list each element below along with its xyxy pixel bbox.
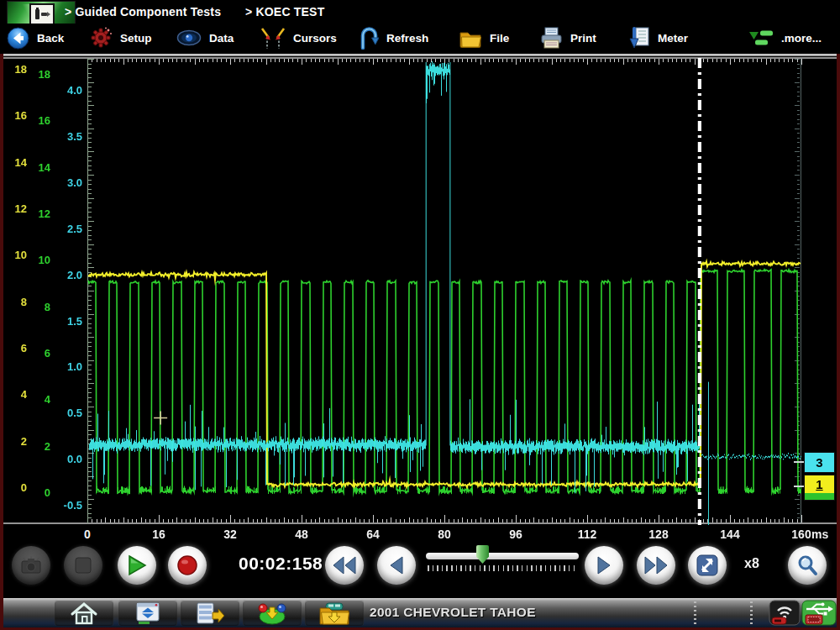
y-axis-label: 1.0 (52, 360, 82, 374)
scanner-screen: > Guided Component Tests > KOEC TEST Bac… (0, 0, 840, 630)
y-axis-label: 4.0 (52, 84, 82, 97)
stop-button[interactable] (64, 546, 102, 585)
window-arrows-icon (134, 601, 162, 625)
play-button[interactable] (118, 546, 156, 585)
breadcrumb-current: > KOEC TEST (245, 0, 324, 24)
folder-icon (459, 29, 482, 48)
home-button[interactable] (55, 600, 113, 626)
list-arrow-icon (195, 601, 225, 625)
channel1-tick (794, 486, 804, 487)
wireless-icon (768, 600, 801, 627)
fast-forward-button[interactable] (637, 546, 675, 585)
y-axis-label: 0.5 (52, 407, 82, 420)
back-button[interactable]: Back (7, 25, 64, 50)
x-axis-label: 64 (354, 528, 391, 541)
rewind-icon (333, 556, 356, 575)
wrench-icon (29, 3, 55, 25)
taskbar-separator (750, 601, 753, 624)
magnify-button[interactable] (788, 546, 827, 585)
camera-icon (20, 556, 42, 575)
expand-icon (696, 554, 718, 576)
y-axis-label: 0 (20, 486, 50, 500)
slider-ticks (428, 565, 577, 571)
playback-slider[interactable] (426, 543, 579, 585)
wireless-status-button[interactable] (767, 599, 802, 627)
zoom-pan-button[interactable] (688, 546, 727, 585)
scope-area: 181614121086420 181614121086420 4.03.53.… (0, 56, 840, 525)
x-axis-label: 32 (212, 528, 249, 541)
slider-track[interactable] (426, 553, 579, 559)
y-axis-label: 12 (20, 207, 50, 221)
back-label: Back (37, 32, 64, 45)
print-button[interactable]: Print (539, 25, 596, 50)
channel-badge-1[interactable]: 1 (804, 475, 835, 494)
setup-button[interactable]: Setup (89, 25, 152, 50)
vehicle-data-button[interactable] (305, 600, 364, 626)
slider-thumb[interactable] (476, 545, 489, 564)
x-axis-label: 112 (569, 528, 606, 541)
meter-button[interactable]: Meter (627, 25, 688, 50)
channel3-tick (794, 461, 804, 463)
x-axis-label: 48 (283, 528, 320, 541)
y-axis-label: 4 (20, 393, 50, 407)
x-axis-label: 128 (640, 528, 677, 541)
x-axis-label: 96 (497, 528, 534, 541)
y-axis-label: -0.5 (52, 499, 82, 512)
file-button[interactable]: File (459, 25, 509, 50)
window-left-edge (0, 54, 3, 630)
rewind-button[interactable] (325, 546, 364, 585)
cursors-label: Cursors (293, 32, 337, 45)
channel-badge-2-strip (804, 493, 835, 501)
time-axis: ms 0163248648096112128144160 (0, 525, 840, 543)
stop-icon (75, 557, 92, 574)
printer-icon (539, 27, 563, 49)
meter-icon (627, 27, 650, 50)
refresh-label: Refresh (386, 32, 428, 45)
job-list-button[interactable] (181, 600, 239, 626)
zoom-factor-label: x8 (744, 556, 759, 571)
file-label: File (490, 32, 509, 45)
record-button[interactable] (168, 546, 207, 585)
snapshot-button[interactable] (12, 546, 50, 585)
step-forward-icon (596, 556, 612, 575)
cursors-icon (260, 27, 286, 50)
y-axis-label: 14 (20, 161, 50, 175)
print-label: Print (570, 32, 596, 45)
data-button[interactable]: Data (176, 25, 234, 50)
x-axis-label: 160 (783, 528, 820, 541)
y-axis-label: 8 (20, 301, 50, 314)
x-axis-label: 144 (711, 528, 748, 541)
window-right-edge (837, 54, 840, 630)
refresh-button[interactable]: Refresh (357, 25, 428, 50)
taskbar-separator (694, 601, 696, 624)
step-forward-button[interactable] (585, 546, 623, 585)
taskbar: 2001 CHEVROLET TAHOE (0, 598, 840, 627)
gear-icon (89, 26, 113, 50)
more-label: .more... (781, 32, 822, 45)
data-manager-button[interactable] (118, 600, 177, 626)
scanner-button[interactable] (243, 600, 302, 626)
scope-plot[interactable] (0, 57, 840, 525)
more-button[interactable]: .more... (748, 25, 822, 50)
x-axis-label: 0 (69, 528, 106, 541)
step-back-button[interactable] (377, 546, 416, 585)
playback-time: 00:02:158 (239, 554, 323, 574)
eye-icon (176, 29, 202, 47)
y-axis-label: 2.0 (52, 269, 82, 282)
y-axis-label: 18 (20, 68, 50, 81)
channel-badge-3[interactable]: 3 (804, 452, 835, 473)
x-axis-label: 16 (140, 528, 177, 541)
y-axis-label: 3.5 (52, 130, 82, 144)
home-icon (69, 601, 99, 625)
meter-label: Meter (658, 32, 688, 45)
y-axis-label: 0.0 (52, 453, 82, 466)
setup-label: Setup (120, 32, 152, 45)
usb-status-button[interactable] (801, 599, 837, 627)
data-label: Data (209, 32, 234, 45)
breadcrumb: > Guided Component Tests (65, 0, 221, 24)
cursors-button[interactable]: Cursors (260, 25, 337, 50)
x-axis-label: 80 (426, 528, 463, 541)
y-axis-label: 10 (20, 254, 50, 267)
usb-icon (801, 600, 837, 627)
more-icon (748, 29, 774, 48)
